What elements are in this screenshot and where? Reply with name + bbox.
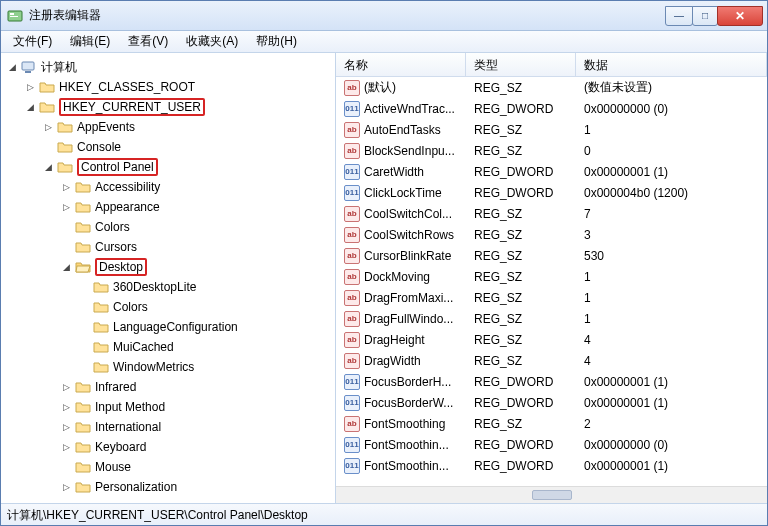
value-name: FontSmoothin... <box>364 459 449 473</box>
horizontal-scrollbar[interactable] <box>336 486 767 503</box>
value-type: REG_SZ <box>466 249 576 263</box>
expander-icon[interactable]: ◢ <box>41 160 55 174</box>
folder-icon <box>57 160 73 174</box>
statusbar: 计算机\HKEY_CURRENT_USER\Control Panel\Desk… <box>1 503 767 525</box>
value-name: FocusBorderW... <box>364 396 453 410</box>
value-row[interactable]: abDragFullWindo...REG_SZ1 <box>336 308 767 329</box>
expander-icon[interactable]: ▷ <box>41 120 55 134</box>
value-type: REG_SZ <box>466 312 576 326</box>
column-type[interactable]: 类型 <box>466 53 576 76</box>
tree-node-appearance[interactable]: ▷Appearance <box>59 197 335 217</box>
value-row[interactable]: abDragFromMaxi...REG_SZ1 <box>336 287 767 308</box>
tree-node-infrared[interactable]: ▷Infrared <box>59 377 335 397</box>
value-name: FontSmoothin... <box>364 438 449 452</box>
values-pane: 名称 类型 数据 ab(默认)REG_SZ(数值未设置)011ActiveWnd… <box>336 53 767 503</box>
expander-icon[interactable]: ▷ <box>23 80 37 94</box>
tree-node-desklite[interactable]: ▷360DesktopLite <box>77 277 335 297</box>
tree-node-controlpanel[interactable]: ◢Control Panel <box>41 157 335 177</box>
value-name: DockMoving <box>364 270 430 284</box>
value-data: (数值未设置) <box>576 79 767 96</box>
tree-node-inputmethod[interactable]: ▷Input Method <box>59 397 335 417</box>
folder-icon <box>93 320 109 334</box>
value-row[interactable]: 011FontSmoothin...REG_DWORD0x00000000 (0… <box>336 434 767 455</box>
tree-node-console[interactable]: ▷Console <box>41 137 335 157</box>
value-row[interactable]: 011CaretWidthREG_DWORD0x00000001 (1) <box>336 161 767 182</box>
folder-icon <box>75 420 91 434</box>
value-type: REG_DWORD <box>466 459 576 473</box>
menu-view[interactable]: 查看(V) <box>120 31 176 52</box>
column-name[interactable]: 名称 <box>336 53 466 76</box>
menubar: 文件(F) 编辑(E) 查看(V) 收藏夹(A) 帮助(H) <box>1 31 767 53</box>
tree-node-cursors[interactable]: ▷Cursors <box>59 237 335 257</box>
expander-icon[interactable]: ◢ <box>59 260 73 274</box>
value-row[interactable]: ab(默认)REG_SZ(数值未设置) <box>336 77 767 98</box>
tree-node-international[interactable]: ▷International <box>59 417 335 437</box>
list-body[interactable]: ab(默认)REG_SZ(数值未设置)011ActiveWndTrac...RE… <box>336 77 767 486</box>
expander-icon[interactable]: ▷ <box>59 440 73 454</box>
value-name: DragWidth <box>364 354 421 368</box>
value-row[interactable]: abAutoEndTasksREG_SZ1 <box>336 119 767 140</box>
close-button[interactable]: ✕ <box>717 6 763 26</box>
string-value-icon: ab <box>344 122 360 138</box>
value-row[interactable]: 011ClickLockTimeREG_DWORD0x000004b0 (120… <box>336 182 767 203</box>
expander-icon[interactable]: ▷ <box>59 480 73 494</box>
value-type: REG_SZ <box>466 354 576 368</box>
tree-node-desktop[interactable]: ◢Desktop <box>59 257 335 277</box>
tree-node-hcr[interactable]: ▷HKEY_CLASSES_ROOT <box>23 77 335 97</box>
value-row[interactable]: 011FontSmoothin...REG_DWORD0x00000001 (1… <box>336 455 767 476</box>
tree-pane[interactable]: ◢ 计算机 ▷HKEY_CLASSES_ROOT ◢HKEY_CURRENT_U… <box>1 53 336 503</box>
tree-node-muicached[interactable]: ▷MuiCached <box>77 337 335 357</box>
value-row[interactable]: abDragHeightREG_SZ4 <box>336 329 767 350</box>
value-row[interactable]: abDragWidthREG_SZ4 <box>336 350 767 371</box>
maximize-button[interactable]: □ <box>692 6 718 26</box>
value-row[interactable]: abBlockSendInpu...REG_SZ0 <box>336 140 767 161</box>
value-data: 0x00000001 (1) <box>576 459 767 473</box>
value-row[interactable]: 011ActiveWndTrac...REG_DWORD0x00000000 (… <box>336 98 767 119</box>
value-row[interactable]: abCoolSwitchRowsREG_SZ3 <box>336 224 767 245</box>
folder-icon <box>93 360 109 374</box>
binary-value-icon: 011 <box>344 185 360 201</box>
menu-edit[interactable]: 编辑(E) <box>62 31 118 52</box>
folder-icon <box>75 200 91 214</box>
tree-node-personalization[interactable]: ▷Personalization <box>59 477 335 497</box>
expander-icon[interactable]: ◢ <box>5 60 19 74</box>
tree-node-langconf[interactable]: ▷LanguageConfiguration <box>77 317 335 337</box>
tree-node-appevents[interactable]: ▷AppEvents <box>41 117 335 137</box>
value-data: 0 <box>576 144 767 158</box>
svg-rect-1 <box>10 13 14 15</box>
titlebar[interactable]: 注册表编辑器 — □ ✕ <box>1 1 767 31</box>
expander-icon[interactable]: ▷ <box>59 380 73 394</box>
expander-icon[interactable]: ▷ <box>59 200 73 214</box>
menu-help[interactable]: 帮助(H) <box>248 31 305 52</box>
expander-icon[interactable]: ◢ <box>23 100 37 114</box>
value-data: 1 <box>576 312 767 326</box>
string-value-icon: ab <box>344 248 360 264</box>
tree-node-mouse[interactable]: ▷Mouse <box>59 457 335 477</box>
value-row[interactable]: abCursorBlinkRateREG_SZ530 <box>336 245 767 266</box>
expander-icon[interactable]: ▷ <box>59 180 73 194</box>
tree-node-hcu[interactable]: ◢HKEY_CURRENT_USER <box>23 97 335 117</box>
tree-node-winmetrics[interactable]: ▷WindowMetrics <box>77 357 335 377</box>
column-data[interactable]: 数据 <box>576 53 767 76</box>
value-name: DragFullWindo... <box>364 312 453 326</box>
minimize-button[interactable]: — <box>665 6 693 26</box>
string-value-icon: ab <box>344 206 360 222</box>
tree-node-keyboard[interactable]: ▷Keyboard <box>59 437 335 457</box>
expander-icon[interactable]: ▷ <box>59 420 73 434</box>
folder-icon <box>75 180 91 194</box>
tree-node-colors2[interactable]: ▷Colors <box>77 297 335 317</box>
folder-icon <box>75 400 91 414</box>
value-row[interactable]: 011FocusBorderH...REG_DWORD0x00000001 (1… <box>336 371 767 392</box>
value-row[interactable]: abFontSmoothingREG_SZ2 <box>336 413 767 434</box>
menu-file[interactable]: 文件(F) <box>5 31 60 52</box>
expander-icon[interactable]: ▷ <box>59 400 73 414</box>
binary-value-icon: 011 <box>344 164 360 180</box>
value-row[interactable]: abDockMovingREG_SZ1 <box>336 266 767 287</box>
tree-node-colors[interactable]: ▷Colors <box>59 217 335 237</box>
tree-node-accessibility[interactable]: ▷Accessibility <box>59 177 335 197</box>
menu-favorites[interactable]: 收藏夹(A) <box>178 31 246 52</box>
tree-node-computer[interactable]: ◢ 计算机 <box>5 57 335 77</box>
value-row[interactable]: 011FocusBorderW...REG_DWORD0x00000001 (1… <box>336 392 767 413</box>
scrollbar-thumb[interactable] <box>532 490 572 500</box>
value-row[interactable]: abCoolSwitchCol...REG_SZ7 <box>336 203 767 224</box>
